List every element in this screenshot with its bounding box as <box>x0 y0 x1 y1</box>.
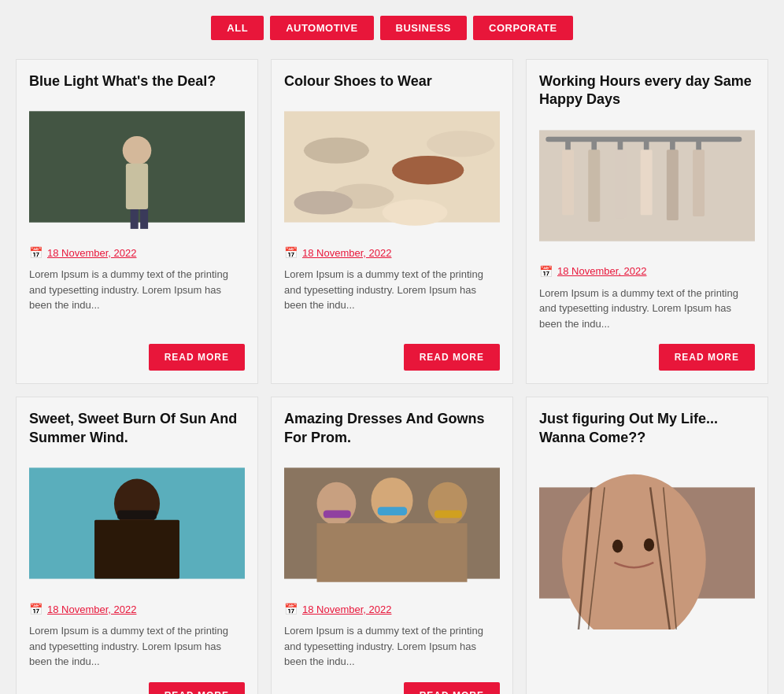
article-card-2: Colour Shoes to Wear 📅18 November, 2022L… <box>271 59 513 384</box>
read-more-button[interactable]: READ MORE <box>149 682 245 694</box>
read-more-button[interactable]: READ MORE <box>404 682 500 694</box>
article-card-3: Working Hours every day Same Happy Days … <box>526 59 768 384</box>
article-grid: Blue Light What's the Deal? 📅18 November… <box>16 59 768 694</box>
read-more-button[interactable]: READ MORE <box>404 344 500 371</box>
card-excerpt: Lorem Ipsum is a dummy text of the print… <box>29 623 245 670</box>
svg-point-34 <box>428 482 468 526</box>
svg-point-41 <box>612 540 623 553</box>
svg-point-33 <box>371 478 412 523</box>
svg-point-10 <box>427 131 494 157</box>
date-link[interactable]: 18 November, 2022 <box>302 604 391 615</box>
card-excerpt: Lorem Ipsum is a dummy text of the print… <box>539 286 755 332</box>
card-image <box>284 100 500 234</box>
svg-rect-26 <box>693 150 704 216</box>
filter-btn-business[interactable]: BUSINESS <box>380 16 467 40</box>
read-more-button[interactable]: READ MORE <box>659 344 755 371</box>
svg-point-32 <box>317 482 357 526</box>
svg-rect-36 <box>378 507 407 515</box>
svg-point-2 <box>123 136 152 165</box>
svg-rect-5 <box>140 209 148 229</box>
svg-rect-35 <box>324 510 351 518</box>
calendar-icon: 📅 <box>29 246 43 259</box>
card-title: Working Hours every day Same Happy Days <box>539 72 755 109</box>
svg-rect-22 <box>588 150 600 221</box>
card-title: Blue Light What's the Deal? <box>29 72 245 90</box>
date-link[interactable]: 18 November, 2022 <box>557 265 646 277</box>
card-image <box>29 100 245 234</box>
svg-point-42 <box>644 538 654 552</box>
svg-rect-37 <box>435 510 462 518</box>
card-date: 📅18 November, 2022 <box>284 246 500 259</box>
card-image <box>284 456 500 590</box>
card-image <box>539 119 755 253</box>
calendar-icon: 📅 <box>29 603 43 615</box>
card-image <box>29 456 245 590</box>
filter-btn-all[interactable]: ALL <box>211 16 264 40</box>
card-date: 📅18 November, 2022 <box>284 603 500 615</box>
article-card-4: Sweet, Sweet Burn Of Sun And Summer Wind… <box>16 397 258 694</box>
card-excerpt: Lorem Ipsum is a dummy text of the print… <box>284 623 500 670</box>
filter-bar: ALLAUTOMOTIVEBUSINESSCORPORATE <box>16 16 768 40</box>
filter-btn-automotive[interactable]: AUTOMOTIVE <box>270 16 373 40</box>
svg-rect-24 <box>641 150 653 215</box>
card-title: Just figuring Out My Life... Wanna Come?… <box>539 410 755 447</box>
card-title: Sweet, Sweet Burn Of Sun And Summer Wind… <box>29 410 245 447</box>
svg-rect-29 <box>117 510 157 519</box>
date-link[interactable]: 18 November, 2022 <box>47 247 136 259</box>
date-link[interactable]: 18 November, 2022 <box>302 247 391 259</box>
svg-point-11 <box>294 191 353 215</box>
read-more-button[interactable]: READ MORE <box>149 344 245 371</box>
calendar-icon: 📅 <box>284 246 298 259</box>
card-excerpt: Lorem Ipsum is a dummy text of the print… <box>284 267 500 331</box>
svg-point-12 <box>383 200 448 226</box>
card-image <box>539 456 755 629</box>
article-card-6: Just figuring Out My Life... Wanna Come?… <box>526 397 768 694</box>
article-card-5: Amazing Dresses And Gowns For Prom. 📅18 … <box>271 397 513 694</box>
svg-rect-25 <box>667 150 679 220</box>
card-date: 📅18 November, 2022 <box>539 265 755 278</box>
card-excerpt: Lorem Ipsum is a dummy text of the print… <box>29 267 245 331</box>
card-date: 📅18 November, 2022 <box>29 246 245 259</box>
calendar-icon: 📅 <box>539 265 553 278</box>
svg-rect-30 <box>94 520 179 579</box>
filter-btn-corporate[interactable]: CORPORATE <box>473 16 573 40</box>
card-date: 📅18 November, 2022 <box>29 603 245 615</box>
svg-point-7 <box>304 138 369 164</box>
svg-rect-23 <box>614 150 626 218</box>
article-card-1: Blue Light What's the Deal? 📅18 November… <box>16 59 258 384</box>
calendar-icon: 📅 <box>284 603 298 615</box>
svg-rect-38 <box>317 523 468 582</box>
svg-rect-4 <box>131 209 139 229</box>
svg-rect-3 <box>126 164 148 209</box>
date-link[interactable]: 18 November, 2022 <box>47 604 136 615</box>
svg-rect-21 <box>562 150 574 215</box>
card-title: Colour Shoes to Wear <box>284 72 500 90</box>
svg-point-8 <box>392 156 464 185</box>
card-title: Amazing Dresses And Gowns For Prom. <box>284 410 500 447</box>
